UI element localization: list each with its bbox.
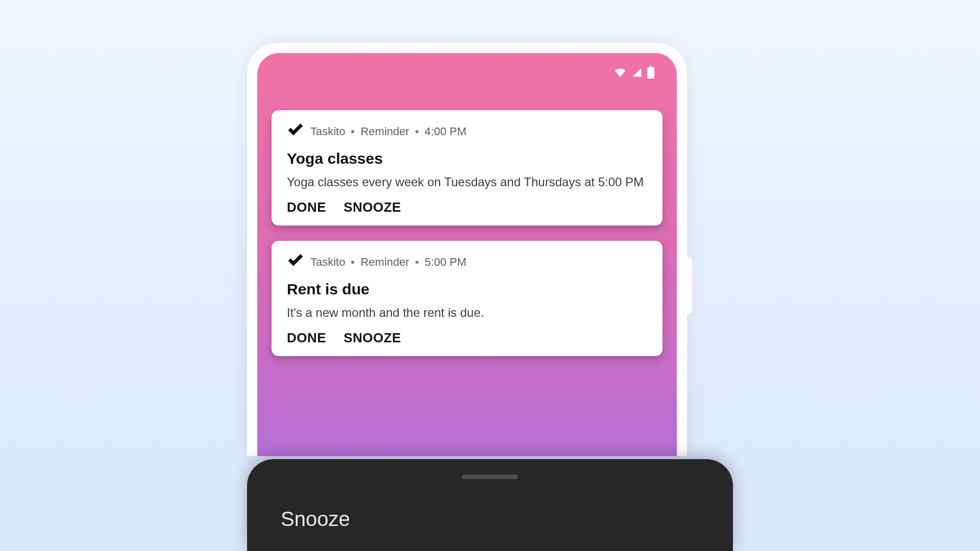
- notification-body: It's a new month and the rent is due.: [287, 304, 647, 321]
- notification-time: 5:00 PM: [425, 256, 467, 269]
- separator-dot: [415, 261, 419, 264]
- notification-app-name: Taskito: [310, 125, 345, 138]
- check-icon: [287, 121, 304, 142]
- notification-title: Rent is due: [287, 281, 647, 298]
- notification-actions: DONE SNOOZE: [287, 199, 647, 215]
- phone-side-button: [687, 257, 692, 314]
- check-icon: [287, 252, 304, 272]
- wifi-icon: [614, 67, 627, 80]
- notification-actions: DONE SNOOZE: [287, 330, 647, 346]
- snooze-bottom-sheet[interactable]: Snooze: [247, 459, 733, 551]
- done-button[interactable]: DONE: [287, 330, 326, 346]
- notification-card[interactable]: Taskito Reminder 4:00 PM Yoga classes Yo…: [272, 110, 663, 226]
- battery-icon: [647, 66, 654, 81]
- status-bar: [272, 63, 663, 110]
- signal-icon: [631, 67, 643, 80]
- separator-dot: [351, 130, 354, 133]
- snooze-button[interactable]: SNOOZE: [344, 330, 401, 346]
- sheet-drag-handle[interactable]: [462, 474, 518, 479]
- sheet-title: Snooze: [281, 508, 699, 531]
- notification-header: Taskito Reminder 4:00 PM: [287, 121, 647, 142]
- notification-category: Reminder: [360, 256, 409, 269]
- notification-title: Yoga classes: [287, 150, 647, 167]
- notification-header: Taskito Reminder 5:00 PM: [287, 252, 647, 272]
- phone-frame: Taskito Reminder 4:00 PM Yoga classes Yo…: [247, 43, 687, 456]
- notification-card[interactable]: Taskito Reminder 5:00 PM Rent is due It'…: [272, 241, 663, 356]
- notification-category: Reminder: [360, 125, 409, 138]
- separator-dot: [351, 261, 354, 264]
- phone-screen: Taskito Reminder 4:00 PM Yoga classes Yo…: [257, 53, 677, 456]
- notification-app-name: Taskito: [310, 256, 345, 269]
- snooze-button[interactable]: SNOOZE: [344, 199, 401, 215]
- done-button[interactable]: DONE: [287, 199, 326, 215]
- separator-dot: [415, 130, 419, 133]
- notification-time: 4:00 PM: [425, 125, 467, 138]
- notification-body: Yoga classes every week on Tuesdays and …: [287, 173, 647, 190]
